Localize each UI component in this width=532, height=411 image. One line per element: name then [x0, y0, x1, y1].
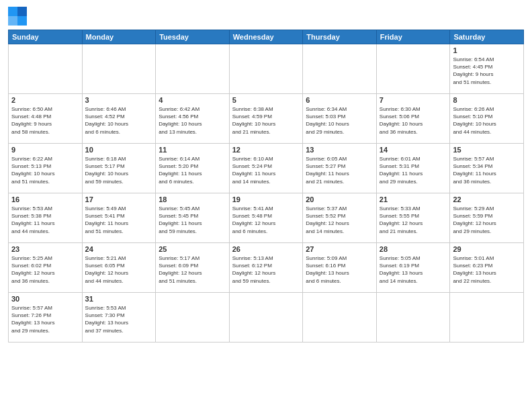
day-cell: 12Sunrise: 6:10 AM Sunset: 5:24 PM Dayli…	[229, 144, 303, 193]
svg-rect-3	[17, 16, 27, 26]
weekday-header-monday: Monday	[82, 30, 156, 44]
day-cell: 23Sunrise: 5:25 AM Sunset: 6:02 PM Dayli…	[9, 243, 83, 293]
day-cell: 26Sunrise: 5:13 AM Sunset: 6:12 PM Dayli…	[229, 243, 303, 293]
day-info: Sunrise: 6:38 AM Sunset: 4:59 PM Dayligh…	[232, 105, 300, 136]
day-cell: 16Sunrise: 5:53 AM Sunset: 5:38 PM Dayli…	[9, 193, 83, 243]
svg-rect-2	[8, 16, 17, 26]
day-cell: 5Sunrise: 6:38 AM Sunset: 4:59 PM Daylig…	[229, 94, 303, 144]
day-info: Sunrise: 5:25 AM Sunset: 6:02 PM Dayligh…	[11, 255, 79, 285]
week-row-5: 23Sunrise: 5:25 AM Sunset: 6:02 PM Dayli…	[9, 243, 524, 293]
svg-rect-0	[8, 7, 17, 16]
day-cell	[376, 44, 450, 94]
day-cell: 28Sunrise: 5:05 AM Sunset: 6:19 PM Dayli…	[376, 243, 450, 293]
page-header	[8, 7, 524, 26]
week-row-6: 30Sunrise: 5:57 AM Sunset: 7:26 PM Dayli…	[9, 293, 524, 342]
weekday-header-friday: Friday	[376, 30, 450, 44]
day-number: 31	[85, 295, 153, 303]
day-info: Sunrise: 5:29 AM Sunset: 5:59 PM Dayligh…	[453, 205, 521, 235]
day-info: Sunrise: 5:53 AM Sunset: 7:30 PM Dayligh…	[85, 304, 153, 334]
day-cell	[82, 44, 156, 94]
day-cell: 24Sunrise: 5:21 AM Sunset: 6:05 PM Dayli…	[82, 243, 156, 293]
day-cell: 14Sunrise: 6:01 AM Sunset: 5:31 PM Dayli…	[376, 144, 450, 193]
day-cell	[229, 44, 303, 94]
day-number: 11	[159, 146, 226, 154]
day-number: 19	[232, 195, 300, 203]
day-cell: 8Sunrise: 6:26 AM Sunset: 5:10 PM Daylig…	[450, 94, 524, 144]
day-number: 24	[85, 245, 153, 253]
weekday-header-wednesday: Wednesday	[229, 30, 303, 44]
day-info: Sunrise: 5:33 AM Sunset: 5:55 PM Dayligh…	[380, 205, 447, 235]
day-number: 2	[11, 96, 79, 104]
weekday-header-thursday: Thursday	[303, 30, 377, 44]
day-number: 21	[380, 195, 447, 203]
day-cell	[229, 293, 303, 342]
day-info: Sunrise: 6:05 AM Sunset: 5:27 PM Dayligh…	[306, 155, 373, 185]
day-info: Sunrise: 5:57 AM Sunset: 5:34 PM Dayligh…	[453, 155, 521, 185]
day-number: 12	[232, 146, 300, 154]
day-number: 22	[453, 195, 521, 203]
day-cell	[9, 44, 83, 94]
week-row-3: 9Sunrise: 6:22 AM Sunset: 5:13 PM Daylig…	[9, 144, 524, 193]
day-info: Sunrise: 6:01 AM Sunset: 5:31 PM Dayligh…	[380, 155, 447, 185]
week-row-4: 16Sunrise: 5:53 AM Sunset: 5:38 PM Dayli…	[9, 193, 524, 243]
day-cell: 4Sunrise: 6:42 AM Sunset: 4:56 PM Daylig…	[156, 94, 230, 144]
day-number: 29	[453, 245, 521, 253]
day-number: 27	[306, 245, 373, 253]
day-number: 5	[232, 96, 300, 104]
day-info: Sunrise: 6:54 AM Sunset: 4:45 PM Dayligh…	[453, 56, 521, 86]
day-cell	[450, 293, 524, 342]
day-number: 3	[85, 96, 153, 104]
day-cell: 29Sunrise: 5:01 AM Sunset: 6:23 PM Dayli…	[450, 243, 524, 293]
day-number: 18	[159, 195, 226, 203]
day-number: 10	[85, 146, 153, 154]
day-number: 20	[306, 195, 373, 203]
day-number: 4	[159, 96, 226, 104]
day-cell: 15Sunrise: 5:57 AM Sunset: 5:34 PM Dayli…	[450, 144, 524, 193]
day-number: 13	[306, 146, 373, 154]
day-number: 16	[11, 195, 79, 203]
day-info: Sunrise: 5:49 AM Sunset: 5:41 PM Dayligh…	[85, 205, 153, 235]
day-number: 28	[380, 245, 447, 253]
day-cell: 11Sunrise: 6:14 AM Sunset: 5:20 PM Dayli…	[156, 144, 230, 193]
day-cell: 13Sunrise: 6:05 AM Sunset: 5:27 PM Dayli…	[303, 144, 377, 193]
day-info: Sunrise: 6:10 AM Sunset: 5:24 PM Dayligh…	[232, 155, 300, 185]
day-info: Sunrise: 6:26 AM Sunset: 5:10 PM Dayligh…	[453, 105, 521, 136]
day-number: 15	[453, 146, 521, 154]
day-info: Sunrise: 5:57 AM Sunset: 7:26 PM Dayligh…	[11, 304, 79, 334]
day-cell: 7Sunrise: 6:30 AM Sunset: 5:06 PM Daylig…	[376, 94, 450, 144]
day-info: Sunrise: 6:50 AM Sunset: 4:48 PM Dayligh…	[11, 105, 79, 136]
weekday-header-saturday: Saturday	[450, 30, 524, 44]
day-info: Sunrise: 5:13 AM Sunset: 6:12 PM Dayligh…	[232, 255, 300, 285]
day-cell: 6Sunrise: 6:34 AM Sunset: 5:03 PM Daylig…	[303, 94, 377, 144]
day-info: Sunrise: 6:46 AM Sunset: 4:52 PM Dayligh…	[85, 105, 153, 136]
day-info: Sunrise: 5:53 AM Sunset: 5:38 PM Dayligh…	[11, 205, 79, 235]
day-info: Sunrise: 5:45 AM Sunset: 5:45 PM Dayligh…	[159, 205, 226, 235]
day-cell: 19Sunrise: 5:41 AM Sunset: 5:48 PM Dayli…	[229, 193, 303, 243]
day-number: 14	[380, 146, 447, 154]
day-info: Sunrise: 5:17 AM Sunset: 6:09 PM Dayligh…	[159, 255, 226, 285]
day-cell	[156, 293, 230, 342]
day-cell: 10Sunrise: 6:18 AM Sunset: 5:17 PM Dayli…	[82, 144, 156, 193]
weekday-header-tuesday: Tuesday	[156, 30, 230, 44]
day-cell: 25Sunrise: 5:17 AM Sunset: 6:09 PM Dayli…	[156, 243, 230, 293]
day-cell: 27Sunrise: 5:09 AM Sunset: 6:16 PM Dayli…	[303, 243, 377, 293]
day-number: 8	[453, 96, 521, 104]
day-info: Sunrise: 6:30 AM Sunset: 5:06 PM Dayligh…	[380, 105, 447, 136]
day-info: Sunrise: 6:18 AM Sunset: 5:17 PM Dayligh…	[85, 155, 153, 185]
day-cell: 9Sunrise: 6:22 AM Sunset: 5:13 PM Daylig…	[9, 144, 83, 193]
calendar-page: SundayMondayTuesdayWednesdayThursdayFrid…	[0, 0, 532, 411]
day-cell	[156, 44, 230, 94]
day-cell	[303, 293, 377, 342]
day-cell	[303, 44, 377, 94]
logo	[8, 7, 30, 26]
day-number: 25	[159, 245, 226, 253]
day-info: Sunrise: 5:09 AM Sunset: 6:16 PM Dayligh…	[306, 255, 373, 285]
day-cell	[376, 293, 450, 342]
day-info: Sunrise: 5:37 AM Sunset: 5:52 PM Dayligh…	[306, 205, 373, 235]
day-cell: 3Sunrise: 6:46 AM Sunset: 4:52 PM Daylig…	[82, 94, 156, 144]
day-info: Sunrise: 6:42 AM Sunset: 4:56 PM Dayligh…	[159, 105, 226, 136]
day-cell: 21Sunrise: 5:33 AM Sunset: 5:55 PM Dayli…	[376, 193, 450, 243]
day-cell: 22Sunrise: 5:29 AM Sunset: 5:59 PM Dayli…	[450, 193, 524, 243]
day-cell: 17Sunrise: 5:49 AM Sunset: 5:41 PM Dayli…	[82, 193, 156, 243]
logo-icon	[8, 7, 27, 26]
